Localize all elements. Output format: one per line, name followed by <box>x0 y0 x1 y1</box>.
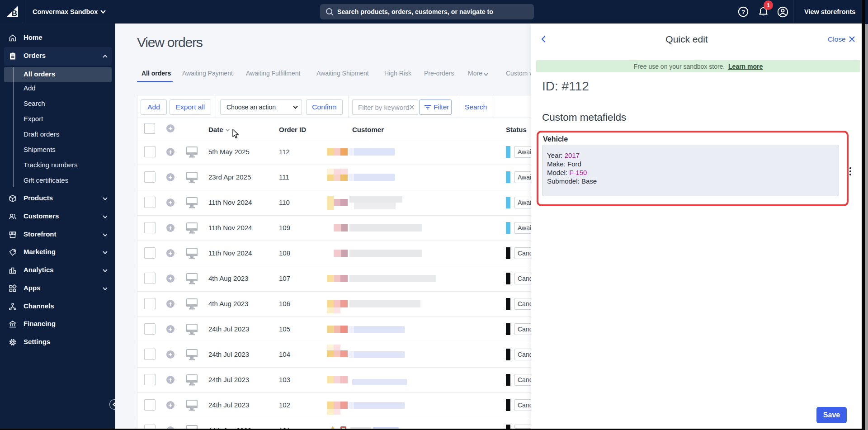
svg-text:B: B <box>12 9 17 17</box>
svg-text:?: ? <box>741 9 745 15</box>
